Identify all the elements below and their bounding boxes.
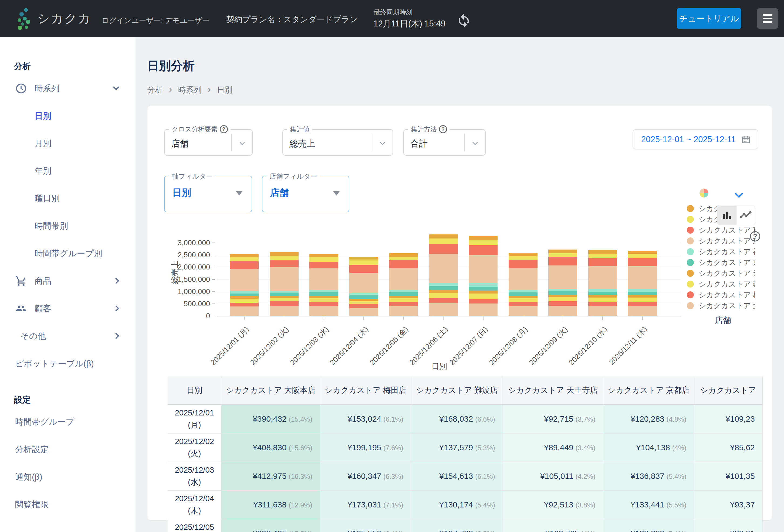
table-row: 2025/12/02(火)¥408,830(15.6%)¥199,195(7.6… — [168, 433, 763, 462]
sidebar-item-通知(β)[interactable]: 通知(β) — [0, 469, 136, 485]
value-cell: ¥120,283(4.8%) — [603, 405, 694, 433]
bar-segment — [628, 289, 657, 292]
bar-segment — [309, 254, 338, 257]
x-tick-label: 2025/12/04 (木) — [328, 325, 370, 367]
bar-segment — [469, 291, 498, 294]
cell-value: ¥167,792 — [439, 529, 473, 532]
cell-value: ¥168,032 — [439, 414, 473, 423]
sidebar-item-時間帯グループ別[interactable]: 時間帯グループ別 — [0, 245, 136, 262]
x-tick-mark — [403, 317, 404, 320]
sidebar-item-日別[interactable]: 日別 — [0, 108, 136, 124]
legend-label: シカクカストア 難波店 — [699, 279, 755, 289]
sidebar-item-月別[interactable]: 月別 — [0, 135, 136, 152]
bar-segment — [509, 253, 537, 256]
cell-percent: (15.4%) — [288, 415, 312, 423]
bar-segment — [429, 290, 458, 293]
bar-segment — [349, 265, 378, 273]
bar-segment — [270, 260, 299, 267]
cell-value: ¥137,579 — [439, 443, 473, 452]
bar-segment — [389, 268, 418, 290]
sidebar-item-label: 時間帯グループ — [15, 416, 74, 427]
chart-type-pie-icon[interactable] — [700, 188, 708, 198]
metric-select[interactable]: 集計値 総売上 — [282, 129, 393, 156]
legend-label: シカクカストア 天王寺 — [699, 268, 755, 278]
date-range-picker[interactable]: 2025-12-01 ~ 2025-12-11 — [633, 129, 758, 149]
sidebar-item-時間帯グループ[interactable]: 時間帯グループ — [0, 414, 136, 430]
legend-label: シカクカストア 大阪本 — [699, 301, 755, 311]
bar-segment — [509, 268, 537, 290]
bar-segment — [389, 292, 418, 295]
bar-segment — [509, 298, 537, 302]
bar-chart-toggle-button[interactable] — [717, 206, 736, 225]
y-tick-label: 3,000,000 — [178, 239, 210, 247]
bar-segment — [309, 296, 338, 298]
store-filter-select[interactable]: 店舗フィルター 店舗 — [262, 176, 349, 212]
value-cell: ¥154,613(6.1%) — [411, 462, 503, 491]
method-select[interactable]: 集計方法 ? 合計 — [403, 129, 486, 156]
sidebar-item-分析設定[interactable]: 分析設定 — [0, 441, 136, 458]
tutorial-button[interactable]: チュートリアル — [677, 8, 741, 29]
chart-help-icon[interactable]: ? — [750, 231, 760, 241]
hamburger-menu-button[interactable] — [757, 8, 778, 29]
bar-segment — [429, 244, 458, 254]
cell-percent: (16.3%) — [288, 473, 312, 480]
breadcrumb-item-分析[interactable]: 分析 — [147, 85, 163, 95]
table-header-シカクカストア 大阪本店: シカクカストア 大阪本店 — [221, 376, 320, 405]
cell-percent: (6.3%) — [383, 473, 403, 480]
sidebar-item-その他[interactable]: その他 — [0, 328, 136, 345]
bar-segment — [548, 306, 577, 316]
stacked-bar — [548, 249, 577, 316]
value-cell: ¥93,37 — [694, 491, 763, 519]
bar-segment — [628, 258, 657, 266]
legend-color-dot — [687, 291, 694, 298]
sidebar-item-時系列[interactable]: 時系列 — [0, 80, 136, 97]
sidebar-item-label: 曜日別 — [34, 193, 60, 204]
date-text: 2025/12/01 — [168, 407, 221, 419]
breadcrumb-item-時系列[interactable]: 時系列 — [178, 85, 202, 95]
chart-options-chevron-icon[interactable] — [735, 189, 743, 198]
value-cell: ¥398,405(15.5%) — [221, 519, 320, 532]
plan-label: 契約プラン名：スタンダードプラン — [226, 14, 358, 25]
bar-segment — [230, 294, 259, 296]
help-icon[interactable]: ? — [220, 125, 228, 133]
method-label: 集計方法 ? — [408, 125, 450, 134]
table-header-シカクカストア 京都店: シカクカストア 京都店 — [603, 376, 694, 405]
value-cell: ¥109,23 — [694, 405, 763, 433]
chart-plot-area: 0500,0001,000,0001,500,0002,000,0002,500… — [217, 226, 680, 316]
cell-value: ¥173,031 — [347, 500, 381, 509]
breadcrumb-separator-icon: › — [207, 87, 211, 92]
refresh-icon[interactable] — [456, 13, 471, 28]
bar-segment — [469, 294, 498, 299]
value-cell: ¥92,715(3.7%) — [503, 405, 603, 433]
axis-filter-select[interactable]: 軸フィルター 日別 — [164, 176, 252, 212]
table-row: 2025/12/01(月)¥390,432(15.4%)¥153,024(6.1… — [168, 405, 763, 433]
dow-text: (月) — [168, 419, 221, 431]
table-header-シカクカストア 天王寺店: シカクカストア 天王寺店 — [503, 376, 603, 405]
sidebar-item-曜日別[interactable]: 曜日別 — [0, 190, 136, 207]
sidebar-item-閲覧権限[interactable]: 閲覧権限 — [0, 496, 136, 513]
line-chart-icon — [739, 208, 753, 222]
value-cell: ¥137,579(5.3%) — [411, 433, 503, 462]
sidebar-item-label: 顧客 — [34, 303, 51, 314]
cell-percent: (15.5%) — [288, 530, 312, 532]
stacked-bar — [628, 250, 657, 316]
table-row: 2025/12/05(金)¥398,405(15.5%)¥165,550(6.4… — [168, 519, 763, 532]
cell-value: ¥102,765 — [545, 529, 579, 532]
help-icon[interactable]: ? — [439, 125, 447, 133]
bar-segment — [349, 293, 378, 295]
hamburger-bar — [763, 21, 773, 23]
value-cell: ¥408,830(15.6%) — [221, 433, 320, 462]
cell-value: ¥136,837 — [631, 472, 664, 480]
sidebar-item-時間帯別[interactable]: 時間帯別 — [0, 218, 136, 234]
sidebar-heading: 分析 — [14, 61, 136, 72]
cross-analysis-select[interactable]: クロス分析要素 ? 店舗 — [164, 129, 253, 156]
legend-color-dot — [687, 237, 694, 244]
sidebar-item-商品[interactable]: 商品 — [0, 273, 136, 290]
bar-segment — [509, 296, 537, 298]
line-chart-toggle-button[interactable] — [736, 206, 755, 225]
sidebar-item-顧客[interactable]: 顧客 — [0, 300, 136, 317]
clock-icon — [15, 83, 27, 94]
bar-segment — [270, 256, 299, 260]
sidebar-item-ピボットテーブル(β)[interactable]: ピボットテーブル(β) — [0, 355, 136, 372]
sidebar-item-年別[interactable]: 年別 — [0, 163, 136, 179]
